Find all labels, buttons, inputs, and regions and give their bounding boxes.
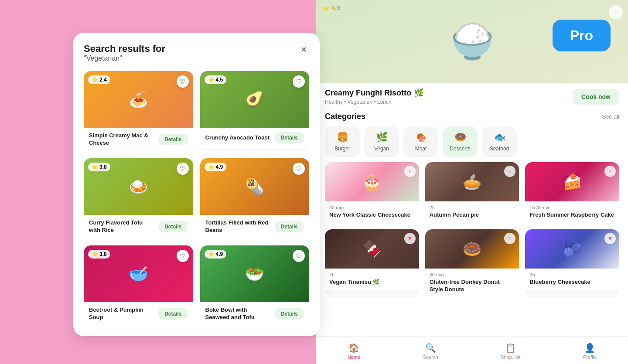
nav-item-home[interactable]: 🏠 Home [341,341,367,361]
food-card-name-raspberry-cake: Fresh Summer Raspberry Cake [529,211,615,219]
search-title-block: Search results for "Vegetarian" [84,43,165,62]
food-card-time-raspberry-cake: 1h 30 min [529,205,615,210]
star-icon: ⭐ [322,4,330,11]
recipe-card-beetroot: 🥣 ⭐ 3.8 ♡ Beetroot & Pumpkin Soup Detail… [84,245,193,326]
pro-badge-label: Pro [570,27,593,43]
burger-icon: 🍔 [337,132,348,143]
category-pill-seafood[interactable]: 🐟 Seafood [482,126,517,157]
recipe-image-boke-bowl: 🥗 ⭐ 4.9 ♡ [200,245,310,302]
pro-badge[interactable]: Pro [553,20,611,51]
details-button-mac-cheese[interactable]: Details [158,134,188,145]
food-card-image-pecan-pie: 🥧 ♥ [425,162,519,201]
vegan-icon: 🌿 [376,132,388,143]
food-card-name-pecan-pie: Autumn Pecan pie [430,211,515,219]
cat-label-burger: Burger [334,146,350,152]
food-card-tiramisu: 🍫 ♥ 2h Vegan Tiramisu 🌿 [325,229,419,298]
cat-label-seafood: Seafood [490,146,509,152]
details-button-avocado-toast[interactable]: Details [275,132,304,143]
results-grid: 🍝 ⭐ 2.4 ♡ Simple Creamy Mac & Cheese Det… [84,71,309,325]
food-card-ny-cheesecake: 🎂 ♥ 30 min New York Classic Cheesecake [325,162,419,223]
nav-item-shop-list[interactable]: 📋 Shop. list [494,341,527,361]
card-bottom-beetroot: Beetroot & Pumpkin Soup Details [84,302,193,326]
food-card-heart-raspberry-cake[interactable]: ♥ [604,166,616,177]
food-card-name-ny-cheesecake: New York Classic Cheesecake [329,211,415,219]
recipe-image-beetroot: 🥣 ⭐ 3.8 ♡ [84,245,193,302]
heart-button-tortillas[interactable]: ♡ [293,163,305,175]
details-button-boke-bowl[interactable]: Details [275,308,304,320]
recipe-tags: Healthy • Vegetarian • Lunch [325,99,423,105]
card-name-mac-cheese: Simple Creamy Mac & Cheese [89,132,155,147]
seafood-icon: 🐟 [494,132,505,143]
details-button-tofu-rice[interactable]: Details [158,221,188,232]
nav-icon-home: 🏠 [348,343,359,353]
star-icon: ⭐ [208,251,215,257]
food-card-time-tiramisu: 2h [329,272,415,277]
card-name-tofu-rice: Curry Flavored Tofu with Rice [89,219,155,234]
recipe-card-boke-bowl: 🥗 ⭐ 4.9 ♡ Boke Bowl with Seaweed and Tof… [200,245,310,326]
rating-badge-tofu-rice: ⭐ 3.8 [88,163,110,171]
heart-button-beetroot[interactable]: ♡ [177,250,189,262]
recipe-card-mac-cheese: 🍝 ⭐ 2.4 ♡ Simple Creamy Mac & Cheese Det… [84,71,193,151]
category-pill-burger[interactable]: 🍔 Burger [325,126,360,157]
hero-food-emoji: 🍚 [451,21,494,62]
rating-badge-avocado-toast: ⭐ 4.5 [205,75,227,84]
search-title: Search results for [84,43,165,54]
cat-label-meat: Meat [415,146,427,152]
heart-button-mac-cheese[interactable]: ♡ [177,75,189,88]
recipe-main-info: Creamy Funghi Risotto 🌿 Healthy • Vegeta… [325,88,423,105]
card-bottom-mac-cheese: Simple Creamy Mac & Cheese Details [84,128,193,151]
card-bottom-tortillas: Tortillas Filled with Red Beans Details [200,215,310,238]
hero-heart-button[interactable]: ♡ [609,5,623,19]
nav-item-search[interactable]: 🔍 Search [416,341,445,361]
food-card-name-donuts: Gluten-free Donkey Donut Style Donuts [430,279,515,293]
search-header: Search results for "Vegetarian" × [84,43,309,62]
food-card-name-tiramisu: Vegan Tiramisu 🌿 [329,279,415,286]
card-name-tortillas: Tortillas Filled with Red Beans [205,219,271,234]
food-card-image-tiramisu: 🍫 ♥ [325,229,419,269]
food-card-time-blueberry-cake: 2h [529,272,615,277]
category-pill-meat[interactable]: 🍖 Meat [403,126,438,157]
meat-icon: 🍖 [415,132,427,143]
rating-badge-boke-bowl: ⭐ 4.9 [205,250,227,259]
bottom-nav: 🏠 Home 🔍 Search 📋 Shop. list 👤 Profile [316,336,628,364]
details-button-beetroot[interactable]: Details [158,308,188,320]
star-icon: ⭐ [208,164,215,170]
nav-icon-search: 🔍 [425,343,436,353]
nav-label-search: Search [423,354,438,360]
food-card-heart-blueberry-cake[interactable]: ♥ [604,233,616,244]
food-card-donuts: 🍩 ♥ 30 min Gluten-free Donkey Donut Styl… [425,229,519,298]
search-subtitle: "Vegetarian" [84,54,165,62]
card-name-beetroot: Beetroot & Pumpkin Soup [89,306,155,321]
cat-label-desserts: Desserts [450,146,470,152]
cook-now-button[interactable]: Cook now [573,89,619,105]
recipe-image-tortillas: 🌯 ⭐ 4.9 ♡ [200,158,310,215]
card-bottom-avocado-toast: Crunchy Avocado Toast Details [200,128,310,148]
categories-section: Categories See all 🍔 Burger 🌿 Vegan 🍖 Me… [316,109,628,160]
food-card-heart-ny-cheesecake[interactable]: ♥ [404,166,416,177]
heart-button-tofu-rice[interactable]: ♡ [177,163,189,175]
food-card-heart-tiramisu[interactable]: ♥ [404,233,416,244]
food-card-image-blueberry-cake: 🫐 ♥ [525,229,619,269]
food-card-time-donuts: 30 min [430,272,515,277]
recipe-name: Creamy Funghi Risotto 🌿 [325,88,423,98]
nav-label-shop-list: Shop. list [501,354,520,360]
category-pill-vegan[interactable]: 🌿 Vegan [364,126,399,157]
close-button[interactable]: × [298,43,309,56]
rating-badge-mac-cheese: ⭐ 2.4 [88,75,110,84]
recipe-info-bar: Creamy Funghi Risotto 🌿 Healthy • Vegeta… [316,83,628,109]
category-pill-desserts[interactable]: 🍩 Desserts [443,126,478,157]
star-icon: ⭐ [92,251,98,257]
star-icon: ⭐ [92,77,98,83]
recipe-card-avocado-toast: 🥑 ⭐ 4.5 ♡ Crunchy Avocado Toast Details [200,71,310,151]
star-icon: ⭐ [208,77,215,83]
food-cards-grid: 🎂 ♥ 30 min New York Classic Cheesecake 🥧… [325,162,619,298]
see-all-button[interactable]: See all [602,113,619,120]
nav-icon-shop-list: 📋 [505,343,516,353]
nav-item-profile[interactable]: 👤 Profile [576,341,604,361]
food-card-body-donuts: 30 min Gluten-free Donkey Donut Style Do… [425,269,519,298]
categories-title: Categories [325,112,365,121]
food-card-time-pecan-pie: 2h [430,205,515,210]
heart-button-boke-bowl[interactable]: ♡ [293,250,305,262]
food-card-body-raspberry-cake: 1h 30 min Fresh Summer Raspberry Cake [525,201,619,223]
details-button-tortillas[interactable]: Details [275,221,304,232]
